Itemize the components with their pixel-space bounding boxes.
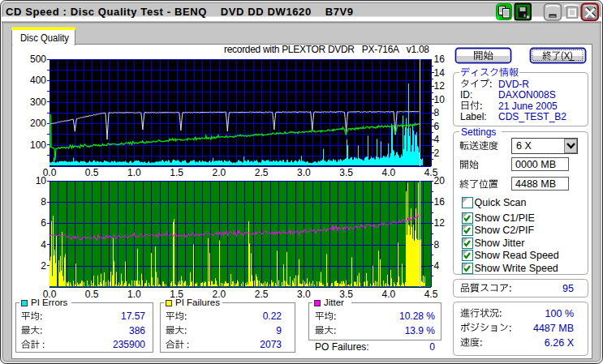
svg-text:Disc Quality: Disc Quality [20, 32, 69, 44]
svg-text:0.0: 0.0 [43, 167, 57, 178]
svg-text:4487 MB: 4487 MB [533, 323, 574, 334]
svg-text:2: 2 [434, 148, 440, 159]
svg-text:3.0: 3.0 [297, 167, 311, 178]
svg-text:16: 16 [434, 54, 446, 65]
svg-text:4.0: 4.0 [381, 167, 395, 178]
svg-text:300: 300 [30, 96, 46, 108]
svg-text:500: 500 [30, 54, 46, 65]
svg-text:3.5: 3.5 [339, 167, 353, 178]
svg-text:95: 95 [562, 283, 574, 294]
svg-text:Quick Scan: Quick Scan [475, 197, 527, 208]
svg-text:4.5: 4.5 [424, 289, 438, 300]
svg-text:6: 6 [434, 121, 440, 132]
svg-text:3.0: 3.0 [297, 289, 311, 300]
svg-text:Show Read Speed: Show Read Speed [475, 250, 559, 261]
svg-text:1.5: 1.5 [170, 167, 183, 178]
svg-text:PO Failures:: PO Failures: [315, 341, 369, 353]
svg-text:1.0: 1.0 [127, 167, 141, 178]
svg-text:21 June 2005: 21 June 2005 [498, 101, 558, 112]
svg-text:Show Jitter: Show Jitter [475, 238, 525, 249]
svg-text:Jitter: Jitter [324, 298, 344, 307]
svg-text:2: 2 [41, 260, 46, 272]
svg-text:Show C1/PIE: Show C1/PIE [475, 212, 535, 224]
svg-text:DAXON008S: DAXON008S [498, 89, 556, 101]
svg-text:400: 400 [30, 75, 46, 86]
svg-text:4: 4 [434, 260, 440, 272]
svg-text:recorded with PLEXTOR DVDR P: recorded with PLEXTOR DVDR PX-716A v1.08 [224, 44, 429, 55]
svg-text:0000 MB: 0000 MB [515, 159, 556, 170]
svg-text:10.28 %: 10.28 % [399, 310, 435, 322]
svg-text:4488 MB: 4488 MB [515, 178, 556, 190]
svg-text:100 %: 100 % [545, 308, 574, 319]
svg-text:4.0: 4.0 [381, 289, 395, 300]
svg-text:12: 12 [434, 80, 446, 92]
svg-text:0.22: 0.22 [263, 310, 282, 322]
svg-text:386: 386 [129, 325, 145, 336]
svg-text:6: 6 [41, 217, 46, 229]
svg-text:Settings: Settings [461, 126, 496, 138]
svg-text:Show Write Speed: Show Write Speed [475, 263, 558, 274]
svg-text:6.26 X: 6.26 X [545, 337, 575, 349]
svg-text:CDS_TEST_B2: CDS_TEST_B2 [498, 111, 566, 122]
svg-text:17.57: 17.57 [121, 310, 145, 322]
svg-text:12: 12 [434, 217, 446, 229]
svg-text:Show C2/PIF: Show C2/PIF [475, 225, 535, 236]
svg-text:0.5: 0.5 [85, 167, 99, 178]
svg-text:4: 4 [41, 239, 46, 251]
svg-text:DVD-R: DVD-R [498, 79, 529, 90]
svg-text:CD Speed : Disc Quality Test -: CD Speed : Disc Quality Test - BENQ DVD … [6, 6, 353, 18]
svg-text:8: 8 [41, 196, 46, 208]
svg-text:0: 0 [429, 341, 435, 353]
svg-text:PI Failures: PI Failures [175, 298, 220, 307]
svg-text:PI Errors: PI Errors [31, 298, 68, 307]
svg-text:100: 100 [30, 139, 46, 151]
svg-text:Label:: Label: [460, 111, 487, 122]
svg-text:1.0: 1.0 [127, 289, 141, 300]
svg-text:14: 14 [434, 67, 446, 79]
svg-text:8: 8 [434, 239, 440, 251]
svg-text:ID:: ID: [460, 89, 472, 101]
svg-text:2.5: 2.5 [255, 289, 269, 300]
svg-text:0.5: 0.5 [85, 289, 99, 300]
svg-text:10: 10 [434, 94, 446, 105]
svg-text:2.0: 2.0 [213, 167, 226, 178]
svg-text:4.5: 4.5 [424, 167, 438, 178]
svg-text:13.9 %: 13.9 % [405, 325, 436, 336]
svg-text:200: 200 [30, 118, 46, 129]
svg-text:2073: 2073 [260, 339, 282, 350]
svg-text:9: 9 [276, 325, 282, 336]
svg-text:8: 8 [434, 107, 440, 118]
svg-text:16: 16 [434, 196, 446, 208]
svg-text:4: 4 [434, 134, 440, 145]
svg-text:235900: 235900 [113, 339, 145, 350]
svg-text:6 X: 6 X [516, 140, 532, 152]
svg-text:2.5: 2.5 [255, 167, 269, 178]
